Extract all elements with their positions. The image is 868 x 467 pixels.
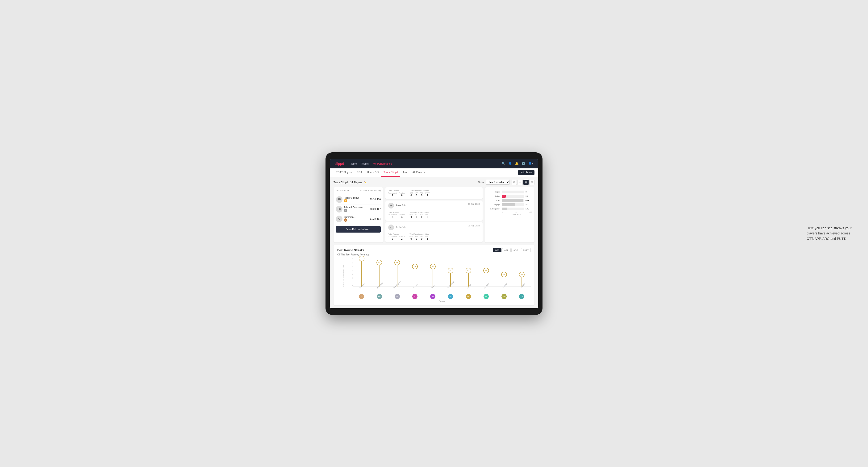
time-filter-dropdown[interactable]: Last 3 months: [486, 180, 510, 185]
add-team-button[interactable]: Add Team: [518, 170, 534, 175]
player-names-row: E. ElwertB. McHargD. BillinghamJ. ColesR…: [352, 287, 531, 289]
grid-view-btn[interactable]: ⊞: [512, 180, 517, 185]
search-icon[interactable]: 🔍: [502, 162, 505, 165]
filter-putt[interactable]: PUTT: [521, 248, 531, 252]
bar-wrap: [502, 195, 524, 198]
activities-group: Total Practice Activities OTT 0 APP 0: [409, 211, 430, 218]
avatar: RB: [336, 196, 342, 203]
streak-bubble: 3x: [501, 272, 507, 277]
y-tick-3: 3: [350, 273, 352, 275]
bar-value: 131: [526, 208, 532, 210]
player-avatar-small: RBu: [501, 294, 507, 299]
player-card-rees: RB Rees Britt 02 Sep 2023 Total Rounds T…: [385, 200, 483, 221]
tab-pgat-players[interactable]: PGAT Players: [334, 168, 354, 177]
streak-bubble: 6x: [376, 260, 382, 266]
player-card-name: Rees Britt: [396, 204, 406, 207]
activities-group: Total Practice Activities OTT 0 APP 0: [409, 190, 430, 197]
player-card-date: 02 Sep 2023: [468, 203, 480, 205]
avatar-icon[interactable]: 👤▾: [528, 162, 533, 165]
y-tick-2: 2: [350, 277, 352, 279]
bar-chart-area: Eagles 3 Birdies 96 Pars 499 Bogeys 311: [487, 191, 532, 210]
y-tick-0: 0: [350, 285, 352, 286]
player-avatar-small: MM: [484, 294, 489, 299]
rank-badge: 3: [344, 218, 347, 222]
chart-x-axis: 0 200 400: [487, 211, 532, 213]
streaks-section: Best Round Streaks OTT APP ARG PUTT Off …: [334, 245, 534, 305]
nav-teams[interactable]: Teams: [361, 162, 369, 165]
tab-tour[interactable]: Tour: [400, 168, 410, 177]
app-l2: APP: [415, 236, 418, 237]
pb-score: 17/20: [370, 217, 376, 220]
ott-v2: 0: [410, 237, 412, 240]
subtitle-prefix: Off The Tee: [337, 253, 349, 256]
col-pb-avg: PB AVG SQ: [370, 190, 381, 192]
nav-home[interactable]: Home: [350, 162, 356, 165]
filter-app[interactable]: APP: [502, 248, 511, 252]
streak-player-avatar-col: DF: [460, 294, 477, 299]
team-name: Team Clippd | 14 Players: [334, 181, 362, 184]
list-view-btn[interactable]: ≡: [518, 180, 523, 185]
leaderboard-panel: PLAYER NAME PB SCORE PB AVG SQ RB Richar…: [334, 187, 383, 243]
streak-col: 4x: [460, 258, 477, 286]
player-info: RB Richard Butler 1: [336, 196, 369, 203]
bar-fill: [502, 199, 523, 202]
tab-all-players[interactable]: All Players: [410, 168, 427, 177]
table-view-btn[interactable]: ⊟: [529, 180, 534, 185]
player-name-angled: R. Butler: [495, 287, 513, 289]
settings-icon[interactable]: ⚙️: [522, 162, 525, 165]
card-header-row-2: JC Josh Coles: [388, 224, 407, 230]
edit-icon[interactable]: ✏️: [364, 181, 366, 184]
annotation-text: Here you can see streaks your players ha…: [807, 225, 854, 241]
player-avatar-small: RB: [430, 294, 435, 299]
streak-player-avatar-col: CQ: [513, 294, 531, 299]
view-leaderboard-button[interactable]: View Full Leaderboard: [336, 226, 381, 232]
filter-arg[interactable]: ARG: [512, 248, 520, 252]
ott-c2: OTT 0: [409, 236, 413, 240]
ott-value: 0: [410, 194, 412, 197]
bar-value: 3: [526, 191, 532, 193]
putt-l2: PUTT: [425, 236, 430, 237]
rounds-values-2: Tournament 7 Practice 2: [388, 236, 405, 240]
arg-value: 0: [421, 194, 423, 197]
bar-chart-panel: Eagles 3 Birdies 96 Pars 499 Bogeys 311: [485, 187, 534, 243]
streak-col: 4x: [442, 258, 460, 286]
bar-label: Birdies: [487, 195, 500, 197]
table-row: EC Edward Crossman 2 18/20 107: [336, 205, 381, 214]
tab-team-clippd[interactable]: Team Clippd: [381, 168, 400, 177]
streaks-chart-wrapper: Best Streak, Fairway Accuracy 7 6 5 4 3 …: [337, 258, 531, 302]
t-col: Tournament 8: [388, 214, 397, 218]
t-val-2: 7: [392, 237, 393, 240]
arg-c2: ARG 0: [420, 236, 423, 240]
streak-bubble: 4x: [483, 268, 489, 273]
streak-bubble: 5x: [412, 264, 418, 269]
putt-l: PUTT: [425, 214, 430, 216]
bar-label: Bogeys: [487, 204, 500, 206]
activities-sub: OTT 0 APP 0 ARG 0: [409, 192, 430, 197]
player-avatar-small: JC: [412, 294, 417, 299]
subtitle-suffix: Fairway Accuracy: [351, 253, 369, 256]
bar-fill: [502, 203, 515, 206]
x-label-0: 0: [502, 211, 503, 213]
app-v: 0: [415, 216, 417, 218]
bell-icon[interactable]: 🔔: [515, 162, 519, 165]
nav-my-performance[interactable]: My Performance: [373, 162, 392, 165]
t-label-2: Tournament: [388, 236, 397, 237]
player-avatar-small: DF: [466, 294, 471, 299]
filter-ott[interactable]: OTT: [493, 248, 501, 252]
leaderboard-header: PLAYER NAME PB SCORE PB AVG SQ: [336, 190, 381, 193]
player-name: Richard Butler: [344, 196, 359, 199]
user-icon[interactable]: 👤: [508, 162, 512, 165]
tab-pga[interactable]: PGA: [354, 168, 365, 177]
arg-c: ARG 0: [420, 214, 423, 218]
streak-col: 7x: [352, 258, 371, 286]
streaks-header: Best Round Streaks OTT APP ARG PUTT: [337, 248, 531, 252]
streak-bubble: 6x: [394, 260, 400, 266]
tab-hcaps[interactable]: Hcaps 1-5: [365, 168, 381, 177]
putt-label: PUTT: [425, 192, 430, 194]
card-top: RB Rees Britt 02 Sep 2023: [388, 203, 480, 210]
practice-label: Practice: [399, 192, 405, 194]
app-label: APP: [415, 192, 418, 194]
card-view-btn[interactable]: ▦: [523, 180, 529, 185]
player-card-date-2: 26 Aug 2023: [468, 224, 480, 227]
bar-label: Eagles: [487, 191, 500, 193]
